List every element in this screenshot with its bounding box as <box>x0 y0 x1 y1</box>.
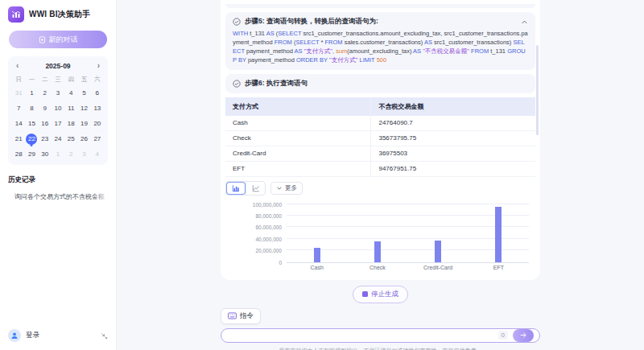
sql-token: payment_method <box>245 47 295 55</box>
calendar-day[interactable]: 1 <box>52 146 64 162</box>
line-chart-button[interactable] <box>246 182 265 195</box>
chevron-down-icon <box>276 185 283 191</box>
calendar-day[interactable]: 22 <box>25 131 38 146</box>
calendar-day[interactable]: 26 <box>77 131 90 146</box>
chart-bar <box>495 207 502 261</box>
char-counter: 0 <box>498 331 508 340</box>
gridline <box>287 238 529 239</box>
calendar-day[interactable]: 29 <box>25 146 38 162</box>
calendar-day[interactable]: 3 <box>77 146 90 162</box>
sql-token: FROM <box>325 39 343 46</box>
calendar-day[interactable]: 2 <box>64 146 77 162</box>
calendar-day[interactable]: 4 <box>91 146 104 162</box>
chart-bar <box>314 248 320 262</box>
calendar-header: ‹ 2025-09 › <box>12 62 104 70</box>
chart-bar <box>374 241 381 262</box>
x-axis-category-label: Credit-Card <box>423 265 452 270</box>
calendar-day[interactable]: 15 <box>25 116 38 131</box>
table-cell: Credit-Card <box>225 146 371 161</box>
table-row: Credit-Card36975503 <box>225 146 535 161</box>
table-cell: EFT <box>225 161 371 176</box>
weekday-label: 六 <box>91 76 104 84</box>
calendar-day[interactable]: 31 <box>12 85 25 101</box>
avatar[interactable] <box>8 329 21 342</box>
chat-card: 步骤5: 查询语句转换，转换后的查询语句为: WITH t_131 AS (SE… <box>221 0 540 280</box>
more-chart-types-button[interactable]: 更多 <box>270 182 303 195</box>
sql-token: AS <box>295 47 303 55</box>
bar-chart-button[interactable] <box>226 182 246 195</box>
y-axis-tick-label: 80,000,000 <box>229 212 282 218</box>
table-cell: 94767951.75 <box>371 161 535 176</box>
x-axis-category-label: EFT <box>493 265 504 270</box>
calendar-day[interactable]: 17 <box>52 116 64 131</box>
send-button[interactable] <box>513 329 534 342</box>
sql-token: SELECT <box>278 30 301 37</box>
collapse-sidebar-button[interactable] <box>101 332 108 340</box>
calendar-day[interactable]: 16 <box>39 116 52 131</box>
calendar-day[interactable]: 25 <box>64 131 77 146</box>
more-label: 更多 <box>285 184 297 192</box>
calendar-day[interactable]: 10 <box>52 101 64 116</box>
gridline <box>287 204 529 204</box>
app-logo <box>8 6 24 23</box>
weekday-label: 三 <box>52 76 64 84</box>
user-icon <box>10 331 19 340</box>
calendar-day[interactable]: 30 <box>39 146 52 162</box>
calendar-day[interactable]: 7 <box>12 101 25 116</box>
sql-token: "不含税交易金额" <box>421 47 471 55</box>
command-label: 指令 <box>240 311 254 321</box>
calendar-day[interactable]: 21 <box>12 131 25 146</box>
send-arrow-icon <box>519 331 527 339</box>
sql-token: sales.customer_transactions) <box>343 39 424 46</box>
sql-token: LIMIT <box>360 56 375 64</box>
calendar-day[interactable]: 1 <box>25 85 38 101</box>
chart-bar <box>435 241 441 262</box>
calendar-day[interactable]: 3 <box>52 85 64 101</box>
calendar-day[interactable]: 12 <box>77 101 90 116</box>
calendar-day[interactable]: 23 <box>39 131 52 146</box>
scrollbar-thumb[interactable] <box>536 45 539 135</box>
calendar-day[interactable]: 14 <box>12 116 25 131</box>
table-body: Cash24764090.7Check35673795.75Credit-Car… <box>225 116 535 177</box>
table-row: Check35673795.75 <box>225 130 535 146</box>
calendar-day[interactable]: 28 <box>12 146 25 162</box>
calendar-prev-button[interactable]: ‹ <box>16 62 19 70</box>
calendar-next-button[interactable]: › <box>97 62 100 70</box>
calendar-day[interactable]: 18 <box>64 116 77 131</box>
calendar-day[interactable]: 4 <box>64 85 77 101</box>
calendar-weekdays: 日一二三四五六 <box>12 76 104 84</box>
step6-title: 步骤6: 执行查询语句 <box>245 79 308 89</box>
table-cell: Cash <box>225 116 371 131</box>
stop-square-icon <box>362 291 368 297</box>
login-link[interactable]: 登录 <box>26 331 39 340</box>
sql-token: WITH <box>233 30 248 37</box>
calendar-day[interactable]: 8 <box>25 101 38 116</box>
previous-step-partial <box>225 4 535 8</box>
bar-chart-logo-icon <box>11 10 21 19</box>
calendar-day[interactable]: 19 <box>77 116 90 131</box>
calendar-day[interactable]: 27 <box>91 131 104 146</box>
calendar-day[interactable]: 24 <box>52 131 64 146</box>
new-chat-button[interactable]: 新的对话 <box>9 31 107 48</box>
calendar-day[interactable]: 13 <box>91 101 104 116</box>
new-document-icon <box>39 36 46 43</box>
new-chat-label: 新的对话 <box>49 35 78 45</box>
collapse-step5-button[interactable] <box>521 19 528 26</box>
message-input[interactable] <box>229 331 498 340</box>
sql-token: sum <box>336 47 347 55</box>
sql-token: * <box>319 39 324 46</box>
calendar-day[interactable]: 9 <box>39 101 52 116</box>
stop-generation-button[interactable]: 停止生成 <box>353 286 408 303</box>
sql-token: "支付方式" <box>328 56 360 64</box>
keyboard-icon <box>228 312 237 319</box>
calendar-day[interactable]: 2 <box>39 85 52 101</box>
command-button[interactable]: 指令 <box>221 308 261 324</box>
calendar-day[interactable]: 20 <box>91 116 104 131</box>
calendar-day[interactable]: 6 <box>91 85 104 101</box>
bar-chart: 020,000,00040,000,00060,000,00080,000,00… <box>225 200 535 275</box>
history-item[interactable]: 询问各个交易方式的不含税金额 <box>8 192 108 201</box>
y-axis-tick-label: 40,000,000 <box>229 236 282 241</box>
calendar-day[interactable]: 5 <box>77 85 90 101</box>
sql-token: t_131 <box>248 30 266 37</box>
calendar-day[interactable]: 11 <box>64 101 77 116</box>
